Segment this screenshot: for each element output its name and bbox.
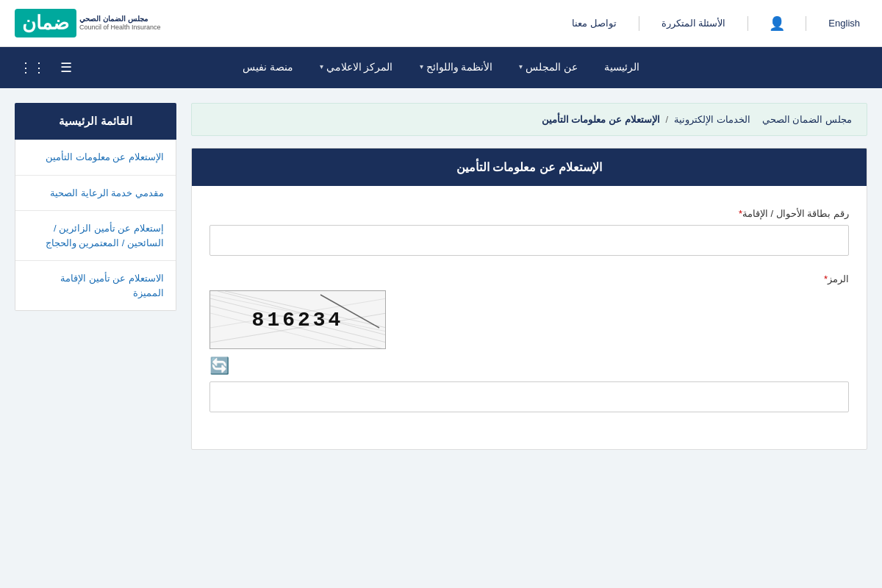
contact-link[interactable]: تواصل معنا [564, 18, 624, 29]
logo-area: مجلس الضمان الصحي Council of Health Insu… [15, 9, 161, 37]
nav-about[interactable]: عن المجلس ▾ [506, 47, 591, 88]
id-form-group: رقم بطاقة الأحوال / الإقامة* [209, 208, 849, 256]
user-icon[interactable]: 👤 [763, 15, 791, 32]
chevron-down-icon: ▾ [320, 62, 323, 71]
divider-3 [639, 16, 639, 31]
main-panel: الإستعلام عن معلومات التأمين / الخدمات ا… [191, 103, 867, 450]
breadcrumb-eservices[interactable]: الخدمات الإلكترونية [674, 114, 750, 125]
captcha-section: الرمز* [209, 273, 849, 412]
hamburger-icon[interactable]: ☰ [56, 57, 76, 79]
captcha-label: الرمز* [209, 273, 849, 284]
top-bar-left-links: English 👤 الأسئلة المتكررة تواصل معنا [564, 15, 867, 32]
logo-english-sub: Council of Health Insurance [79, 24, 161, 32]
captcha-input[interactable] [209, 381, 849, 412]
form-header: الإستعلام عن معلومات التأمين [192, 148, 867, 186]
nav-media[interactable]: المركز الاعلامي ▾ [306, 47, 406, 88]
form-card: الإستعلام عن معلومات التأمين رقم بطاقة ا… [191, 148, 867, 450]
grid-icon[interactable]: ⋮⋮ [15, 57, 50, 79]
chevron-down-icon: ▾ [420, 62, 423, 71]
english-link[interactable]: English [821, 18, 867, 29]
nav-nafees[interactable]: منصة نفيس [229, 47, 306, 88]
id-label: رقم بطاقة الأحوال / الإقامة* [209, 208, 849, 219]
sidebar-item-healthcare-providers[interactable]: مقدمي خدمة الرعاية الصحية [15, 176, 176, 212]
captcha-refresh-icon[interactable]: 🔄 [209, 356, 229, 376]
breadcrumb-active: الإستعلام عن معلومات التأمين [542, 114, 660, 125]
nav-items: الرئيسية عن المجلس ▾ الأنظمة واللوائح ▾ … [15, 47, 867, 88]
captcha-code: 816234 [252, 309, 344, 331]
top-bar: English 👤 الأسئلة المتكررة تواصل معنا مج… [0, 0, 882, 47]
chevron-down-icon: ▾ [519, 62, 523, 71]
divider-1 [806, 16, 806, 31]
sidebar: القائمة الرئيسية الإستعلام عن معلومات ال… [15, 103, 176, 450]
form-body: رقم بطاقة الأحوال / الإقامة* الرمز* [192, 186, 867, 449]
sidebar-item-insurance-info[interactable]: الإستعلام عن معلومات التأمين [15, 140, 176, 176]
nav-regulations[interactable]: الأنظمة واللوائح ▾ [406, 47, 506, 88]
captcha-image: 816234 [209, 290, 386, 349]
sidebar-header: القائمة الرئيسية [15, 103, 176, 140]
logo-arabic-sub: مجلس الضمان الصحي [79, 15, 148, 24]
id-input[interactable] [209, 225, 849, 256]
sidebar-menu: الإستعلام عن معلومات التأمين مقدمي خدمة … [15, 140, 176, 311]
nav-icons: ☰ ⋮⋮ [15, 57, 76, 79]
logo-text: مجلس الضمان الصحي Council of Health Insu… [15, 9, 161, 37]
faq-link[interactable]: الأسئلة المتكررة [654, 18, 734, 29]
main-nav: الرئيسية عن المجلس ▾ الأنظمة واللوائح ▾ … [0, 47, 882, 88]
nav-home[interactable]: الرئيسية [591, 47, 653, 88]
breadcrumb-sep-1: / [666, 114, 669, 125]
breadcrumb: الإستعلام عن معلومات التأمين / الخدمات ا… [191, 103, 867, 136]
captcha-image-wrapper: 816234 [209, 290, 849, 349]
sidebar-item-premium-residency[interactable]: الاستعلام عن تأمين الإقامة المميزة [15, 261, 176, 310]
divider-2 [747, 16, 748, 31]
breadcrumb-home[interactable]: مجلس الضمان الصحي [762, 114, 852, 125]
content-wrapper: الإستعلام عن معلومات التأمين / الخدمات ا… [0, 88, 882, 479]
sidebar-item-visitors-insurance[interactable]: إستعلام عن تأمين الزائرين /السائحين / ال… [15, 211, 176, 261]
logo-main: ضمان [15, 9, 76, 37]
